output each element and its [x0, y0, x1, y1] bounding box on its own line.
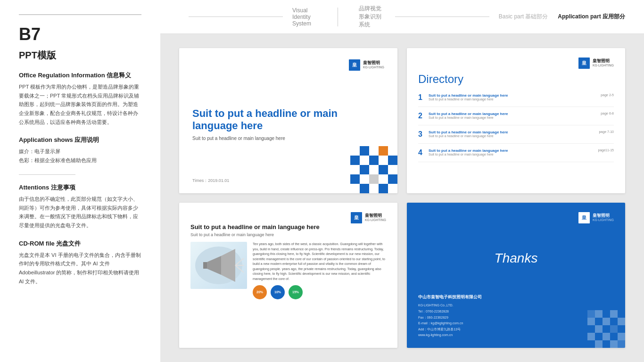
checker-cell: [350, 165, 360, 174]
brand-cn: 品牌视觉形象识别系统: [359, 5, 386, 29]
checker-cell-blue: [603, 333, 610, 340]
slide3-image: [190, 242, 247, 289]
attention-text: 由于信息的不确定性，此页部分规范（如文字大小、间距等）可作为参考使用，具体可根据…: [19, 195, 141, 230]
slide-2-directory: 皇 皇智照明 KG·LIGHTING Directory 1 Suit to p…: [407, 48, 625, 193]
app-label: Application part 应用部分: [558, 13, 625, 21]
checker-cell-blue: [603, 325, 610, 333]
checker-cell-blue: [587, 310, 595, 318]
app-text-1: 媒介：电子显示屏: [19, 147, 141, 156]
slide4-thanks: Thanks: [418, 223, 614, 293]
logo-text-1: 皇智照明 KG·LIGHTING: [363, 60, 384, 69]
slide4-checker: [587, 310, 625, 348]
slide1-checker: [350, 146, 397, 193]
logo-icon-1: 皇: [349, 59, 360, 71]
cdrom-text: 光盘文件是本 VI 手册的电子文件的集合，内含手册制作时的专用软件格式文件。其中…: [19, 251, 141, 286]
checker-cell: [379, 174, 388, 184]
checker-cell-blue: [603, 340, 610, 348]
header-right: Basic part 基础部分 Application part 应用部分: [499, 13, 625, 21]
checker-cell: [388, 165, 397, 174]
dir-content: Suit to put a headline or main language …: [429, 130, 594, 138]
checker-cell: [369, 146, 379, 156]
main-area: Visual Identity System 品牌视觉形象识别系统 Basic …: [160, 0, 644, 362]
top-header: Visual Identity System 品牌视觉形象识别系统 Basic …: [160, 0, 644, 34]
checker-cell-blue: [603, 310, 610, 318]
app-text-2: 色彩：根据企业标准色辅助色应用: [19, 156, 141, 165]
directory-item: 4 Suit to put a headline or main languag…: [418, 148, 614, 162]
dir-num: 3: [418, 130, 425, 139]
checker-cell: [350, 146, 360, 156]
slide-1-cover: 皇 皇智照明 KG·LIGHTING Suit to put a headlin…: [179, 48, 397, 193]
attention-section: Attentions 注意事项 由于信息的不确定性，此页部分规范（如文字大小、间…: [19, 183, 141, 230]
checker-cell-blue: [618, 333, 625, 340]
slide1-sub: Suit to put a headline or main language …: [192, 136, 384, 141]
slide1-headline: Suit to put a headline or main language …: [192, 107, 384, 132]
company-en: KG·LIGHTING Co.,LTD.: [418, 303, 614, 309]
dir-sub: Suit to put a headline or main language …: [429, 153, 594, 156]
dir-page: page11-15: [598, 148, 614, 152]
slides-grid: 皇 皇智照明 KG·LIGHTING Suit to put a headlin…: [160, 34, 644, 362]
dir-sub: Suit to put a headline or main language …: [429, 134, 594, 138]
dir-page: page 6-8: [601, 112, 614, 115]
directory-item: 3 Suit to put a headline or main languag…: [418, 130, 614, 144]
dir-num: 2: [418, 112, 425, 120]
slide-4-thanks: 皇 皇智照明 KG·LIGHTING Thanks 中山市皇智电子科技照明有限公…: [407, 203, 625, 348]
dir-title: Suit to put a headline or main language …: [429, 130, 594, 134]
checker-cell: [369, 184, 379, 193]
checker-cell-blue: [618, 318, 625, 325]
slide2-logo: 皇 皇智照明 KG·LIGHTING: [418, 58, 614, 69]
checker-cell: [360, 156, 369, 165]
dir-title: Suit to put a headline or main language …: [429, 112, 596, 116]
slide3-body: Ten years ago, both sides of the west, a…: [190, 242, 386, 338]
checker-cell: [350, 156, 360, 165]
fax: Fax：060-22362829: [418, 315, 614, 321]
checker-cell-blue: [618, 310, 625, 318]
office-section: Office Regulation Information 信息释义 PPT 模…: [19, 71, 141, 126]
header-line-right: [395, 16, 489, 17]
checker-cell: [388, 146, 397, 156]
slide-3-content: 皇 皇智照明 KG·LIGHTING Suit to put a headlin…: [179, 203, 397, 348]
checker-cell: [388, 156, 397, 165]
header-line-left: [189, 16, 283, 17]
checker-cell: [379, 165, 388, 174]
dir-content: Suit to put a headline or main language …: [429, 112, 596, 119]
dir-page: page 7-10: [599, 130, 614, 133]
logo-text-3: 皇智照明 KG·LIGHTING: [365, 213, 386, 222]
checker-cell-blue: [618, 325, 625, 333]
checker-cell-blue: [610, 333, 618, 340]
basic-label: Basic part 基础部分: [499, 13, 548, 21]
checker-cell: [388, 174, 397, 184]
checker-cell: [369, 174, 379, 184]
checker-cell-blue: [595, 340, 603, 348]
slide4-logo: 皇 皇智照明 KG·LIGHTING: [418, 212, 614, 223]
checker-cell: [388, 184, 397, 193]
checker-cell-blue: [610, 310, 618, 318]
checker-cell-blue: [587, 333, 595, 340]
checker-cell-blue: [603, 318, 610, 325]
checker-cell: [369, 156, 379, 165]
checker-cell-blue: [610, 318, 618, 325]
checker-cell-blue: [587, 318, 595, 325]
slide4-contact: 中山市皇智电子科技照明有限公司 KG·LIGHTING Co.,LTD. Tel…: [418, 293, 614, 338]
page-id: B7: [19, 25, 141, 44]
vis-label: Visual Identity System: [292, 7, 319, 27]
slide3-sub: Suit to put a headline or main language …: [190, 232, 386, 237]
stat-circle: 20%: [253, 285, 267, 299]
logo-icon-2: 皇: [578, 58, 590, 69]
app-section: Application shows 应用说明 媒介：电子显示屏 色彩：根据企业标…: [19, 136, 141, 165]
directory-item: 2 Suit to put a headline or main languag…: [418, 112, 614, 125]
checker-cell-blue: [610, 325, 618, 333]
web: www.kg-lighting.com.cn: [418, 332, 614, 338]
tel: Tel：0760-22362828: [418, 309, 614, 315]
checker-cell-blue: [595, 318, 603, 325]
checker-cell: [379, 156, 388, 165]
dir-title: Suit to put a headline or main language …: [429, 93, 596, 98]
checker-cell: [350, 174, 360, 184]
slide3-title: Suit to put a headline or main language …: [190, 223, 386, 230]
checker-cell: [360, 146, 369, 156]
dir-sub: Suit to put a headline or main language …: [429, 116, 596, 119]
checker-cell: [369, 165, 379, 174]
dir-sub: Suit to put a headline or main language …: [429, 98, 596, 101]
add: Add：中山市博爱九路基13号: [418, 327, 614, 333]
section-title: PPT模版: [19, 49, 141, 62]
checker-cell-blue: [587, 325, 595, 333]
